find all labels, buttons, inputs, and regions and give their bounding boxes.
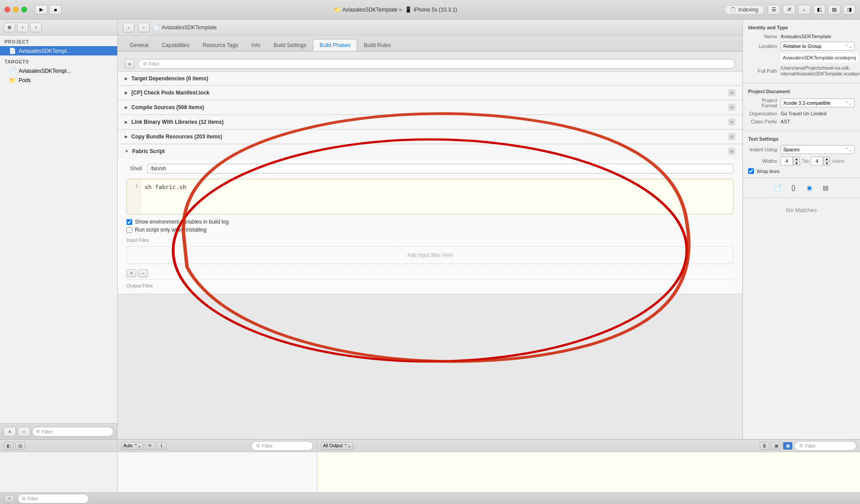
layout-button[interactable]: ▤ <box>828 5 840 15</box>
sidebar-add-button[interactable]: + <box>4 427 16 437</box>
widths-group: 4 ▲ ▼ Tab 4 ▲ ▼ <box>781 157 855 165</box>
bottom-editor-filter[interactable]: ⊜ Filter <box>251 441 313 451</box>
script-code[interactable]: sh fabric.sh <box>140 179 733 214</box>
checkbox-run-installing[interactable] <box>126 227 132 233</box>
rp-file-icon-button[interactable]: 📄 <box>772 182 783 193</box>
stop-button[interactable]: ■ <box>49 5 62 15</box>
tab-build-phases[interactable]: Build Phases <box>313 39 357 51</box>
add-file-button[interactable]: + <box>126 269 136 277</box>
list-view-button[interactable]: ☰ <box>768 5 780 15</box>
location-dropdown[interactable]: Relative to Group ⌃⌄ <box>781 42 855 51</box>
bottom-sidebar-toggle[interactable]: ◧ <box>4 442 13 450</box>
bottom-editor: Auto ⌃⌄ 👁 ℹ ⊜ Filter <box>118 440 317 492</box>
output-files-label: Output Files <box>126 283 734 288</box>
breadcrumb-target[interactable]: iPhone 5s (10.3.1) <box>414 7 457 13</box>
rp-layout-icon-button[interactable]: ▤ <box>820 182 831 193</box>
phase-fabric-script-header[interactable]: ▼ Fabric Script ✕ <box>118 144 742 158</box>
phase-check-pods-close[interactable]: ✕ <box>728 89 735 96</box>
checkbox-env-vars[interactable] <box>126 219 132 225</box>
bottom-eye-button[interactable]: 👁 <box>145 442 155 450</box>
remove-file-button[interactable]: − <box>138 269 148 277</box>
phase-check-pods: ▶ [CP] Check Pods Manifest.lock ✕ <box>118 86 742 100</box>
path-folder-icon: 📄 <box>153 24 160 31</box>
wrap-lines-checkbox[interactable] <box>748 168 754 174</box>
phase-link-binary-header[interactable]: ▶ Link Binary With Libraries (12 items) … <box>118 115 742 129</box>
phase-compile-sources-close[interactable]: ✕ <box>728 104 735 111</box>
target-item-label: AviasalesSDKTempl... <box>19 68 71 74</box>
auto-select[interactable]: Auto ⌃⌄ <box>121 442 143 450</box>
nav-back-button[interactable]: ‹ <box>123 23 134 32</box>
indent-using-dropdown[interactable]: Spaces ⌃⌄ <box>781 145 855 154</box>
tab-capabilities[interactable]: Capabilities <box>155 39 196 51</box>
project-file-icon: 📄 <box>9 47 16 54</box>
sidebar-remove-button[interactable]: − <box>18 427 30 437</box>
indent-dropdown-arrow: ⌃⌄ <box>845 147 852 152</box>
phase-copy-bundle-title: Copy Bundle Resources (203 items) <box>131 134 725 140</box>
wrap-lines-label: Wrap lines <box>757 169 780 174</box>
indent-width-down[interactable]: ▼ <box>823 161 830 165</box>
auto-label: Auto <box>123 443 133 448</box>
phase-target-dependencies-header[interactable]: ▶ Target Dependencies (0 items) <box>118 72 742 85</box>
project-format-dropdown[interactable]: Xcode 3.2-compatible ⌃⌄ <box>781 98 855 107</box>
status-filter[interactable]: ⊜ Filter <box>18 494 89 504</box>
breadcrumb-project[interactable]: AviasalesSDKTemplate <box>343 7 398 13</box>
sidebar-item-target[interactable]: 📄 AviasalesSDKTempl... <box>0 66 117 75</box>
expand-icon: ▶ <box>125 120 128 124</box>
sidebar-item-pods[interactable]: 📁 Pods <box>0 75 117 85</box>
sidebar-filter-box[interactable]: ⊜ Filter <box>32 427 114 437</box>
phase-copy-bundle-header[interactable]: ▶ Copy Bundle Resources (203 items) ✕ <box>118 130 742 144</box>
tab-info[interactable]: Info <box>245 39 267 51</box>
bottom-view-toggle[interactable]: ▤ <box>15 442 25 450</box>
tab-width-up[interactable]: ▲ <box>793 157 800 161</box>
nav-forward-button[interactable]: › <box>138 23 150 32</box>
project-doc-title: Project Document <box>748 89 855 94</box>
bottom-split-1-button[interactable]: ▣ <box>771 442 781 450</box>
expand-icon: ▶ <box>125 91 128 95</box>
sidebar-item-project[interactable]: 📄 AviasalesSDKTempl... <box>0 46 117 55</box>
phase-copy-bundle-close[interactable]: ✕ <box>728 133 735 140</box>
split-button[interactable]: ◨ <box>843 5 856 15</box>
indent-width-up[interactable]: ▲ <box>823 157 830 161</box>
sidebar-toggle-button[interactable]: ◧ <box>813 5 825 15</box>
bottom-split-2-button[interactable]: ▣ <box>783 442 793 450</box>
phases-filter-input[interactable]: ⊜ Filter <box>138 59 735 69</box>
phase-link-binary-close[interactable]: ✕ <box>728 118 735 126</box>
phase-fabric-script-close[interactable]: ✕ <box>728 148 735 155</box>
add-input-files-area[interactable]: Add input files here <box>126 246 734 264</box>
minimize-button[interactable] <box>13 7 19 12</box>
all-output-select[interactable]: All Output ⌃⌄ <box>321 442 353 450</box>
tab-build-settings[interactable]: Build Settings <box>267 39 313 51</box>
project-format-value: Xcode 3.2-compatible <box>783 100 830 106</box>
shell-input[interactable] <box>147 164 734 173</box>
phases-filter-icon: ⊜ <box>143 61 147 67</box>
tab-build-rules[interactable]: Build Rules <box>357 39 398 51</box>
breadcrumb: 📁 AviasalesSDKTemplate ▶ 📱 iPhone 5s (10… <box>70 6 721 13</box>
bottom-info-button[interactable]: ℹ <box>157 442 166 450</box>
bottom-output-filter[interactable]: ⊜ Filter <box>794 441 856 451</box>
phase-check-pods-title: [CP] Check Pods Manifest.lock <box>131 90 725 96</box>
phase-add-button[interactable]: + <box>125 59 134 69</box>
tab-width-down[interactable]: ▼ <box>793 161 800 165</box>
name-label: Name <box>748 34 777 39</box>
phase-check-pods-header[interactable]: ▶ [CP] Check Pods Manifest.lock ✕ <box>118 86 742 100</box>
rp-circle-icon-button[interactable]: ◉ <box>804 182 815 193</box>
phase-compile-sources-title: Compile Sources (508 items) <box>131 104 725 110</box>
refresh-button[interactable]: ↺ <box>783 5 795 15</box>
tab-resource-tags[interactable]: Resource Tags <box>196 39 245 51</box>
sidebar-nav-back[interactable]: ‹ <box>17 23 28 32</box>
play-button[interactable]: ▶ <box>35 5 47 15</box>
close-button[interactable] <box>4 7 10 12</box>
phase-compile-sources-header[interactable]: ▶ Compile Sources (508 items) ✕ <box>118 100 742 114</box>
indexing-spinner <box>730 7 736 12</box>
phase-fabric-script-title: Fabric Script <box>132 148 725 154</box>
status-add-button[interactable]: + <box>4 495 14 503</box>
rp-curly-icon-button[interactable]: {} <box>788 182 799 193</box>
project-format-row: Project Format Xcode 3.2-compatible ⌃⌄ <box>748 98 855 108</box>
sidebar-grid-button[interactable]: ⊞ <box>4 23 15 32</box>
fullscreen-button[interactable] <box>21 7 27 12</box>
bottom-trash-button[interactable]: 🗑 <box>760 442 769 450</box>
sidebar-nav-forward[interactable]: › <box>30 23 42 32</box>
back-button[interactable]: ‹ <box>798 5 810 15</box>
indent-width-stepper: 4 ▲ ▼ <box>811 157 830 165</box>
tab-general[interactable]: General <box>123 39 155 51</box>
